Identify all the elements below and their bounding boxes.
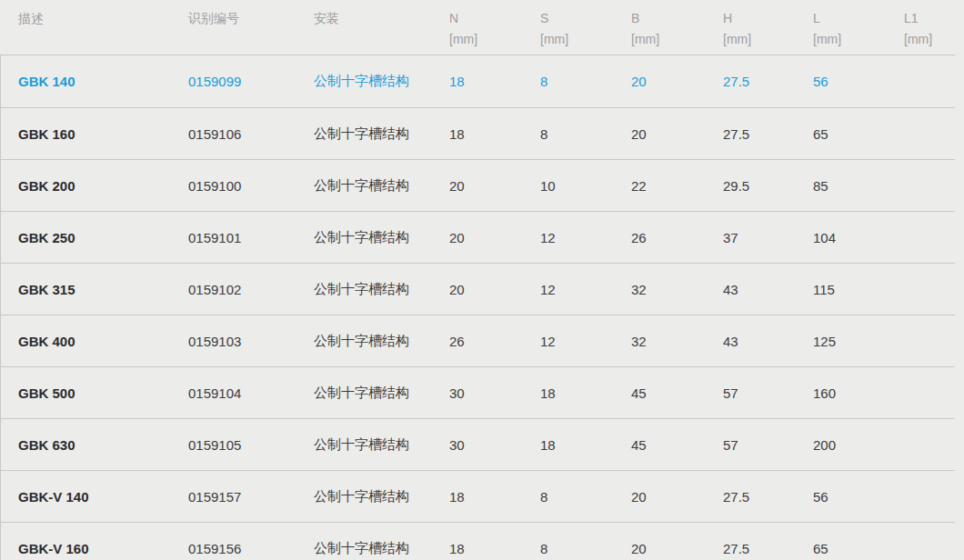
cell-s: 18 bbox=[540, 385, 631, 401]
cell-n: 30 bbox=[449, 385, 540, 401]
cell-l: 65 bbox=[813, 541, 904, 556]
cell-h: 43 bbox=[723, 282, 813, 297]
cell-n: 20 bbox=[449, 282, 540, 297]
column-header-h: H[mm] bbox=[723, 8, 813, 55]
cell-desc[interactable]: GBK 140 bbox=[1, 74, 188, 89]
table-row-gbk-400[interactable]: GBK 4000159103公制十字槽结构26123243125 bbox=[1, 315, 955, 366]
cell-s: 18 bbox=[540, 437, 631, 453]
column-header-label: 描述 bbox=[18, 11, 44, 25]
column-header-b: B[mm] bbox=[631, 8, 723, 55]
cell-s: 10 bbox=[540, 178, 631, 194]
cell-desc[interactable]: GBK 160 bbox=[1, 126, 188, 142]
cell-desc[interactable]: GBK-V 140 bbox=[1, 489, 188, 505]
column-header-label: H bbox=[723, 11, 732, 25]
cell-mount: 公制十字槽结构 bbox=[314, 73, 449, 90]
cell-b: 32 bbox=[631, 282, 723, 297]
cell-b: 20 bbox=[631, 489, 723, 505]
cell-id: 0159105 bbox=[188, 437, 314, 453]
table-row-gbk-630[interactable]: GBK 6300159105公制十字槽结构30184557200 bbox=[1, 418, 955, 470]
cell-n: 26 bbox=[449, 334, 540, 349]
column-header-unit: [mm] bbox=[723, 29, 813, 50]
column-header-unit: [mm] bbox=[904, 29, 955, 50]
cell-h: 57 bbox=[723, 437, 813, 453]
cell-h: 29.5 bbox=[723, 178, 813, 194]
column-header-unit: [mm] bbox=[631, 29, 723, 50]
cell-b: 45 bbox=[631, 437, 723, 453]
cell-s: 8 bbox=[540, 541, 631, 556]
product-table: 描述识别编号安装N[mm]S[mm]B[mm]H[mm]L[mm]L1[mm] … bbox=[0, 0, 964, 560]
cell-b: 20 bbox=[631, 74, 723, 89]
cell-id: 0159156 bbox=[188, 541, 314, 556]
cell-h: 27.5 bbox=[723, 126, 813, 142]
cell-desc[interactable]: GBK 200 bbox=[1, 178, 188, 194]
cell-desc[interactable]: GBK 400 bbox=[1, 334, 188, 349]
table-row-gbk-500[interactable]: GBK 5000159104公制十字槽结构30184557160 bbox=[1, 366, 955, 418]
cell-mount: 公制十字槽结构 bbox=[314, 177, 449, 195]
cell-s: 12 bbox=[540, 282, 631, 297]
cell-n: 18 bbox=[449, 489, 540, 505]
table-row-gbk-200[interactable]: GBK 2000159100公制十字槽结构20102229.585 bbox=[1, 159, 955, 211]
cell-n: 30 bbox=[449, 437, 540, 453]
cell-mount: 公制十字槽结构 bbox=[314, 385, 449, 402]
cell-n: 18 bbox=[449, 126, 540, 142]
product-table-page: 描述识别编号安装N[mm]S[mm]B[mm]H[mm]L[mm]L1[mm] … bbox=[0, 0, 964, 560]
cell-b: 45 bbox=[631, 385, 723, 401]
cell-mount: 公制十字槽结构 bbox=[314, 540, 449, 557]
cell-l: 160 bbox=[813, 385, 904, 401]
column-header-label: L1 bbox=[904, 11, 919, 25]
table-header-row: 描述识别编号安装N[mm]S[mm]B[mm]H[mm]L[mm]L1[mm] bbox=[0, 0, 955, 55]
cell-n: 20 bbox=[449, 178, 540, 194]
cell-id: 0159101 bbox=[188, 230, 314, 245]
cell-l: 115 bbox=[813, 282, 904, 297]
cell-n: 18 bbox=[449, 541, 540, 556]
cell-desc[interactable]: GBK 500 bbox=[1, 385, 188, 401]
cell-b: 22 bbox=[631, 178, 723, 194]
column-header-n: N[mm] bbox=[449, 8, 540, 55]
cell-h: 27.5 bbox=[723, 489, 813, 505]
cell-mount: 公制十字槽结构 bbox=[314, 488, 449, 505]
column-header-label: N bbox=[449, 11, 458, 25]
cell-s: 12 bbox=[540, 230, 631, 245]
column-header-label: B bbox=[631, 11, 639, 25]
column-header-mount: 安装 bbox=[314, 8, 449, 55]
cell-s: 12 bbox=[540, 334, 631, 349]
cell-b: 26 bbox=[631, 230, 723, 245]
column-header-l: L[mm] bbox=[813, 8, 904, 55]
table-row-gbk-140[interactable]: GBK 1400159099公制十字槽结构1882027.556 bbox=[1, 55, 955, 107]
cell-desc[interactable]: GBK-V 160 bbox=[1, 541, 188, 556]
cell-s: 8 bbox=[540, 74, 631, 89]
column-header-s: S[mm] bbox=[540, 8, 631, 55]
table-body: GBK 1400159099公制十字槽结构1882027.556GBK 1600… bbox=[0, 55, 955, 560]
cell-id: 0159104 bbox=[188, 385, 314, 401]
table-row-gbk-v-140[interactable]: GBK-V 1400159157公制十字槽结构1882027.556 bbox=[1, 470, 955, 522]
cell-desc[interactable]: GBK 630 bbox=[1, 437, 188, 453]
column-header-desc: 描述 bbox=[0, 8, 188, 55]
cell-id: 0159103 bbox=[188, 334, 314, 349]
cell-id: 0159100 bbox=[188, 178, 314, 194]
cell-b: 20 bbox=[631, 541, 723, 556]
column-header-label: L bbox=[813, 11, 820, 25]
cell-id: 0159106 bbox=[188, 126, 314, 142]
column-header-l1: L1[mm] bbox=[904, 8, 955, 55]
table-row-gbk-315[interactable]: GBK 3150159102公制十字槽结构20123243115 bbox=[1, 263, 955, 315]
cell-mount: 公制十字槽结构 bbox=[314, 229, 449, 246]
cell-h: 27.5 bbox=[723, 74, 813, 89]
column-header-unit: [mm] bbox=[449, 29, 540, 50]
column-header-unit: [mm] bbox=[540, 29, 631, 50]
cell-desc[interactable]: GBK 315 bbox=[1, 282, 188, 297]
cell-l: 85 bbox=[813, 178, 904, 194]
cell-l: 104 bbox=[813, 230, 904, 245]
cell-h: 37 bbox=[723, 230, 813, 245]
cell-id: 0159102 bbox=[188, 282, 314, 297]
cell-desc[interactable]: GBK 250 bbox=[1, 230, 188, 245]
column-header-label: 安装 bbox=[314, 11, 339, 25]
cell-l: 200 bbox=[813, 437, 904, 453]
cell-h: 43 bbox=[723, 334, 813, 349]
cell-n: 18 bbox=[449, 74, 540, 89]
table-row-gbk-250[interactable]: GBK 2500159101公制十字槽结构20122637104 bbox=[1, 211, 955, 263]
table-row-gbk-v-160[interactable]: GBK-V 1600159156公制十字槽结构1882027.565 bbox=[1, 522, 955, 560]
cell-l: 65 bbox=[813, 126, 904, 142]
table-row-gbk-160[interactable]: GBK 1600159106公制十字槽结构1882027.565 bbox=[1, 107, 955, 159]
cell-h: 27.5 bbox=[723, 541, 813, 556]
cell-id: 0159157 bbox=[188, 489, 314, 505]
